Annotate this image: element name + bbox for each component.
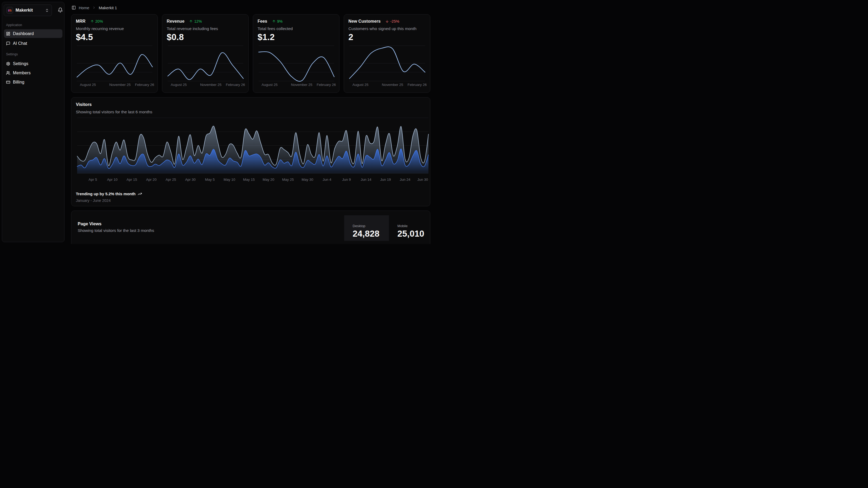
- sidebar: m Makerkit Application Dashboard AI Chat…: [2, 2, 64, 242]
- visitors-card: Visitors Showing total visitors for the …: [71, 97, 430, 206]
- svg-text:Apr 10: Apr 10: [107, 178, 118, 181]
- svg-text:November 25: November 25: [200, 83, 221, 87]
- svg-text:Apr 20: Apr 20: [146, 178, 157, 181]
- svg-text:August 25: August 25: [170, 83, 187, 87]
- svg-text:November 25: November 25: [291, 83, 312, 87]
- page-views-title: Page Views: [78, 221, 102, 226]
- page-views-desktop-value: 24,828: [352, 229, 389, 238]
- svg-text:Apr 25: Apr 25: [166, 178, 176, 181]
- workspace-name: Makerkit: [16, 8, 45, 13]
- stat-card-new-customers: New Customers -25% Customers who signed …: [344, 14, 430, 93]
- svg-text:February 26: February 26: [317, 83, 336, 87]
- svg-text:February 26: February 26: [226, 83, 245, 87]
- new-customers-sparkline-chart: August 25November 25February 26: [344, 15, 431, 93]
- svg-text:August 25: August 25: [261, 83, 278, 87]
- sidebar-item-label: Members: [13, 70, 31, 75]
- sidebar-item-settings[interactable]: Settings: [4, 59, 62, 68]
- users-icon: [6, 71, 10, 75]
- svg-text:August 25: August 25: [352, 83, 368, 87]
- sidebar-group-label-settings: Settings: [6, 52, 18, 56]
- bell-icon: [58, 7, 63, 13]
- sidebar-item-label: Billing: [13, 80, 24, 85]
- sidebar-item-dashboard[interactable]: Dashboard: [4, 29, 62, 38]
- page-views-description: Showing total visitors for the last 3 mo…: [78, 228, 154, 233]
- stat-card-mrr: MRR 20% Monthly recurring revenue $4.5 A…: [71, 14, 158, 93]
- stat-card-fees: Fees 9% Total fees collected $1.2 August…: [253, 14, 339, 93]
- svg-text:February 26: February 26: [135, 83, 154, 87]
- breadcrumb-home-link[interactable]: Home: [79, 5, 89, 10]
- sidebar-item-label: Dashboard: [13, 31, 34, 36]
- svg-text:Jun 4: Jun 4: [322, 178, 332, 181]
- svg-text:Jun 19: Jun 19: [380, 178, 391, 181]
- svg-text:November 25: November 25: [109, 83, 131, 87]
- svg-text:May 15: May 15: [243, 178, 255, 181]
- svg-text:May 30: May 30: [302, 178, 313, 181]
- fees-sparkline-chart: August 25November 25February 26: [253, 15, 340, 93]
- credit-card-icon: [6, 80, 10, 84]
- sidebar-item-ai-chat[interactable]: AI Chat: [4, 39, 62, 48]
- sidebar-toggle-button[interactable]: [72, 5, 76, 10]
- workspace-selector[interactable]: m Makerkit: [4, 4, 52, 16]
- sidebar-group-label-application: Application: [6, 23, 22, 27]
- page-views-mobile-value: 25,010: [397, 229, 431, 238]
- svg-text:May 10: May 10: [224, 178, 235, 181]
- sidebar-item-label: AI Chat: [13, 41, 27, 46]
- svg-text:Jun 24: Jun 24: [400, 178, 410, 181]
- notifications-button[interactable]: [57, 6, 64, 14]
- visitors-area-chart: Apr 5Apr 10Apr 15Apr 20Apr 25Apr 30May 5…: [71, 97, 431, 207]
- svg-text:Jun 14: Jun 14: [361, 178, 372, 181]
- gear-icon: [6, 62, 10, 66]
- page-views-card: Page Views Showing total visitors for th…: [71, 210, 430, 244]
- svg-text:August 25: August 25: [80, 83, 96, 87]
- svg-text:Apr 5: Apr 5: [89, 178, 97, 181]
- message-square-icon: [6, 41, 10, 46]
- trending-up-icon: [138, 192, 142, 196]
- visitors-footer-period: January - June 2024: [76, 198, 111, 203]
- sidebar-item-billing[interactable]: Billing: [4, 78, 62, 86]
- breadcrumb: Home Makerkit 1: [72, 5, 117, 10]
- svg-text:m: m: [8, 8, 11, 12]
- svg-text:May 20: May 20: [262, 178, 274, 181]
- layout-dashboard-icon: [6, 32, 10, 36]
- visitors-footer-trend: Trending up by 5.2% this month: [76, 192, 142, 196]
- panel-left-icon: [72, 5, 76, 10]
- visitors-trend-text: Trending up by 5.2% this month: [76, 192, 135, 196]
- svg-text:May 5: May 5: [205, 178, 215, 181]
- page-views-desktop-toggle[interactable]: Desktop 24,828: [344, 215, 389, 241]
- mrr-sparkline-chart: August 25November 25February 26: [71, 15, 158, 93]
- revenue-sparkline-chart: August 25November 25February 26: [162, 15, 249, 93]
- stat-card-revenue: Revenue 12% Total revenue including fees…: [162, 14, 249, 93]
- svg-text:May 25: May 25: [282, 178, 293, 181]
- svg-text:Jun 9: Jun 9: [342, 178, 351, 181]
- svg-text:November 25: November 25: [382, 83, 403, 87]
- workspace-logo: m: [6, 7, 13, 14]
- page-views-mobile-toggle[interactable]: Mobile 25,010: [389, 215, 431, 241]
- page-views-desktop-label: Desktop: [352, 224, 389, 228]
- svg-text:Apr 15: Apr 15: [127, 178, 137, 181]
- svg-text:Apr 30: Apr 30: [185, 178, 196, 181]
- makerkit-logo-icon: m: [7, 8, 12, 13]
- page-views-mobile-label: Mobile: [397, 224, 431, 228]
- svg-text:Jun 30: Jun 30: [417, 178, 428, 181]
- chevrons-up-down-icon: [45, 8, 49, 12]
- svg-text:February 26: February 26: [408, 83, 427, 87]
- breadcrumb-current-page: Makerkit 1: [99, 5, 117, 10]
- chevron-right-icon: [92, 6, 96, 9]
- sidebar-item-members[interactable]: Members: [4, 68, 62, 77]
- sidebar-item-label: Settings: [13, 61, 28, 66]
